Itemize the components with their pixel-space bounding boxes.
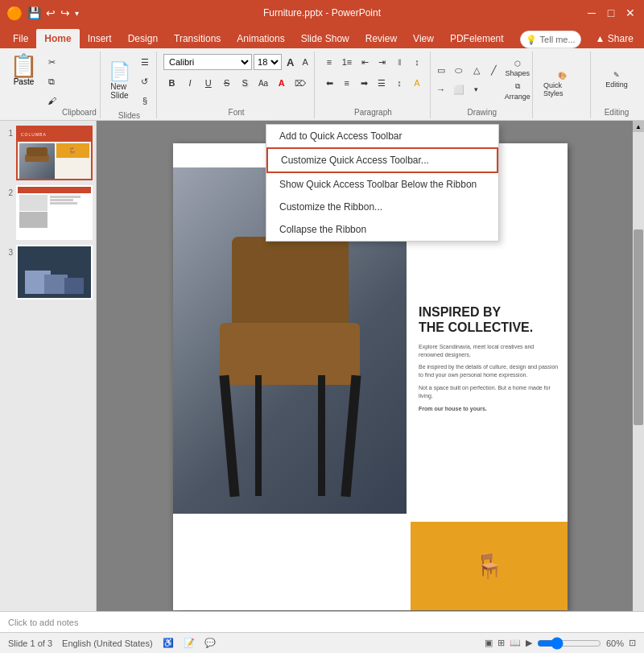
tab-share[interactable]: ▲ Share bbox=[588, 29, 642, 48]
paste-button[interactable]: 📋 Paste bbox=[6, 53, 41, 88]
arrange-button[interactable]: ⧉ Arrange bbox=[503, 81, 532, 102]
font-label: Font bbox=[229, 106, 245, 117]
tab-slideshow[interactable]: Slide Show bbox=[293, 29, 357, 48]
tell-me-container: 💡 Tell me... bbox=[520, 31, 584, 48]
quick-styles-button[interactable]: 🎨 Quick Styles bbox=[539, 69, 585, 100]
editing-button[interactable]: ✎ Editing bbox=[601, 68, 632, 91]
align-center-btn[interactable]: ≡ bbox=[339, 74, 355, 92]
shape-triangle[interactable]: △ bbox=[468, 61, 485, 79]
slides-label: Slides bbox=[118, 110, 140, 120]
cut-button[interactable]: ✂ bbox=[43, 53, 60, 71]
scroll-thumb[interactable] bbox=[634, 229, 643, 425]
view-reading[interactable]: 📖 bbox=[510, 638, 521, 648]
dropdown-item-1[interactable]: Add to Quick Access Toolbar bbox=[266, 125, 498, 147]
tab-view[interactable]: View bbox=[405, 29, 442, 48]
new-slide-button[interactable]: 📄 NewSlide bbox=[105, 60, 134, 102]
font-family-select[interactable]: Calibri bbox=[163, 54, 252, 70]
tab-animations[interactable]: Animations bbox=[229, 29, 292, 48]
shadow-btn[interactable]: S bbox=[237, 74, 254, 92]
justify-btn[interactable]: ☰ bbox=[374, 74, 390, 92]
tab-insert[interactable]: Insert bbox=[80, 29, 120, 48]
comments-btn[interactable]: 💬 bbox=[204, 638, 216, 648]
fit-slide-btn[interactable]: ⊡ bbox=[629, 638, 636, 648]
redo-btn[interactable]: ↪ bbox=[60, 6, 70, 19]
editing-label: Editing bbox=[605, 81, 628, 89]
shape-arrow[interactable]: → bbox=[432, 81, 450, 98]
shape-textbox[interactable]: ⬜ bbox=[450, 81, 468, 98]
dropdown-item-4[interactable]: Customize the Ribbon... bbox=[266, 196, 498, 218]
thumb2-right bbox=[49, 195, 89, 238]
shape-rect[interactable]: ▭ bbox=[432, 61, 450, 79]
strikethrough-btn[interactable]: S bbox=[218, 74, 235, 92]
status-left: Slide 1 of 3 English (United States) ♿ 📝… bbox=[8, 638, 216, 648]
close-btn[interactable]: ✕ bbox=[623, 6, 638, 20]
notes-placeholder[interactable]: Click to add notes bbox=[8, 618, 78, 627]
paste-label: Paste bbox=[14, 77, 35, 86]
tab-review[interactable]: Review bbox=[357, 29, 405, 48]
view-outline[interactable]: ⊞ bbox=[497, 638, 505, 648]
increase-font-btn[interactable]: A bbox=[283, 53, 297, 71]
thumb1-header: COLUMBA bbox=[18, 127, 91, 142]
scroll-up-btn[interactable]: ▲ bbox=[633, 121, 644, 132]
text-direction-btn[interactable]: ↕ bbox=[409, 53, 425, 71]
tab-design[interactable]: Design bbox=[120, 29, 166, 48]
tab-pdfelement[interactable]: PDFelement bbox=[442, 29, 512, 48]
decrease-indent-btn[interactable]: ⇤ bbox=[357, 53, 373, 71]
bold-btn[interactable]: B bbox=[163, 74, 180, 92]
shape-oval[interactable]: ⬭ bbox=[450, 61, 468, 79]
font-color-btn[interactable]: A bbox=[273, 74, 290, 92]
italic-btn[interactable]: I bbox=[182, 74, 199, 92]
vertical-scrollbar[interactable]: ▲ ▼ bbox=[633, 121, 644, 632]
bullets-btn[interactable]: ≡ bbox=[321, 53, 337, 71]
slide-image-1[interactable]: COLUMBA 🪑 bbox=[16, 126, 93, 180]
copy-button[interactable]: ⧉ bbox=[43, 72, 60, 90]
slide-image-2[interactable] bbox=[16, 185, 93, 240]
decrease-font-btn[interactable]: A bbox=[299, 53, 311, 71]
align-left-btn[interactable]: ⬅ bbox=[321, 74, 337, 92]
section-button[interactable]: § bbox=[136, 92, 154, 110]
zoom-slider[interactable] bbox=[537, 637, 601, 650]
shape-line[interactable]: ╱ bbox=[485, 61, 503, 79]
tell-me-input[interactable]: 💡 Tell me... bbox=[520, 31, 581, 48]
tab-transitions[interactable]: Transitions bbox=[166, 29, 229, 48]
lightbulb-icon: 💡 bbox=[526, 35, 537, 45]
view-normal[interactable]: ▣ bbox=[485, 638, 493, 648]
dropdown-item-5[interactable]: Collapse the Ribbon bbox=[266, 218, 498, 241]
qat-customize-btn[interactable]: ▾ bbox=[75, 9, 79, 18]
title-bar-left: 🟠 💾 ↩ ↪ ▾ bbox=[6, 6, 79, 21]
shapes-button[interactable]: ⬡ Shapes bbox=[503, 58, 532, 79]
dropdown-item-3[interactable]: Show Quick Access Toolbar Below the Ribb… bbox=[266, 173, 498, 196]
editing-label-bottom: Editing bbox=[605, 106, 630, 117]
format-painter-button[interactable]: 🖌 bbox=[43, 92, 60, 110]
dropdown-item-2[interactable]: Customize Quick Access Toolbar... bbox=[266, 147, 498, 173]
view-slideshow[interactable]: ▶ bbox=[526, 638, 532, 648]
tab-home[interactable]: Home bbox=[36, 29, 79, 48]
align-right-btn[interactable]: ➡ bbox=[357, 74, 373, 92]
minimize-btn[interactable]: ─ bbox=[584, 6, 599, 20]
heading-line2: THE COLLECTIVE. bbox=[419, 320, 533, 334]
slide-num-2: 2 bbox=[3, 185, 13, 197]
tab-file[interactable]: File bbox=[5, 29, 36, 48]
line-spacing-btn[interactable]: ↕ bbox=[391, 74, 407, 92]
reset-button[interactable]: ↺ bbox=[136, 72, 154, 90]
restore-btn[interactable]: □ bbox=[604, 6, 618, 20]
font-size-select[interactable]: 18 bbox=[254, 54, 282, 70]
undo-btn[interactable]: ↩ bbox=[46, 6, 56, 19]
thumb1-back bbox=[27, 147, 47, 157]
underline-btn[interactable]: U bbox=[200, 74, 217, 92]
slide-image-3[interactable] bbox=[16, 245, 93, 300]
increase-indent-btn[interactable]: ⇥ bbox=[374, 53, 390, 71]
notes-btn[interactable]: 📝 bbox=[184, 638, 195, 648]
font-bottom-row: B I U S S Aa A ⌦ bbox=[163, 74, 309, 92]
clear-format-btn[interactable]: ⌦ bbox=[291, 74, 309, 92]
quick-styles-icon: 🎨 bbox=[558, 72, 567, 80]
save-btn[interactable]: 💾 bbox=[27, 6, 41, 19]
more-shapes-btn[interactable]: ▾ bbox=[468, 81, 485, 98]
slide-thumb-1: 1 COLUMBA 🪑 bbox=[3, 126, 93, 180]
numbering-btn[interactable]: 1≡ bbox=[339, 53, 356, 71]
change-case-btn[interactable]: Aa bbox=[255, 74, 272, 92]
layout-button[interactable]: ☰ bbox=[136, 53, 154, 71]
columns-btn[interactable]: ⫴ bbox=[392, 53, 408, 71]
text-highlight-btn[interactable]: A bbox=[409, 74, 425, 92]
slide-heading: INSPIRED BY THE COLLECTIVE. bbox=[419, 304, 559, 335]
